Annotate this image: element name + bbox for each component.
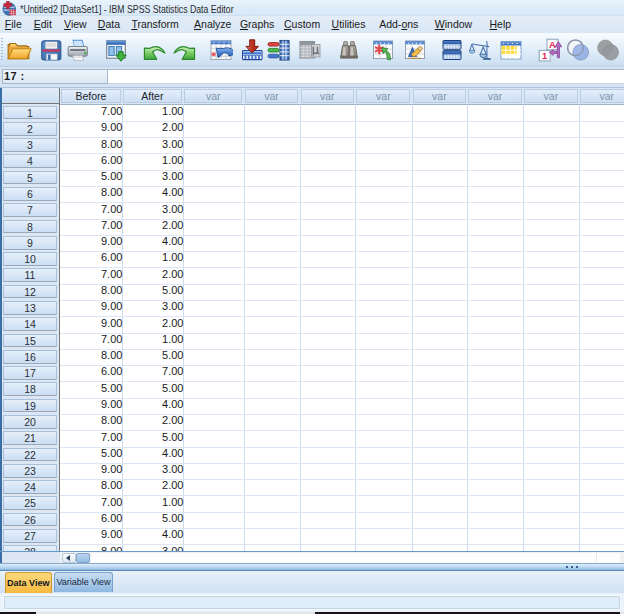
svg-text:1: 1 [542, 50, 548, 61]
svg-text:A: A [549, 39, 556, 50]
